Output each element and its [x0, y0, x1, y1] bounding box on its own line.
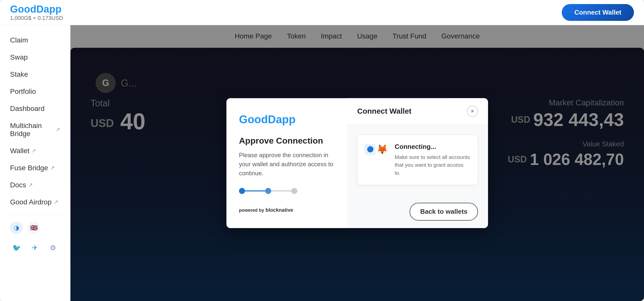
sidebar-item-portfolio[interactable]: Portfolio — [5, 84, 65, 99]
sidebar-item-fuse-bridge[interactable]: Fuse Bridge ↗ — [5, 160, 65, 176]
external-link-icon: ↗ — [56, 126, 60, 133]
sidebar-item-wallet[interactable]: Wallet ↗ — [5, 143, 65, 158]
top-bar: GoodDapp 1,000G$ = 0.173USD Connect Wall… — [0, 0, 644, 25]
modal-right-header: Connect Wallet × — [347, 98, 488, 124]
connecting-text: Connecting... Make sure to select all ac… — [395, 143, 471, 177]
step-2-dot — [265, 188, 271, 194]
modal-right-title: Connect Wallet — [357, 107, 412, 115]
modal-approve-title: Approve Connection — [239, 136, 335, 146]
modal-footer: powered by blocknative — [239, 197, 335, 213]
external-link-icon: ↗ — [31, 148, 36, 154]
logo-area: GoodDapp 1,000G$ = 0.173USD — [10, 4, 63, 21]
step-2-line — [271, 190, 291, 191]
connect-wallet-modal: GoodDapp Approve Connection Please appro… — [226, 98, 488, 228]
modal-left-panel: GoodDapp Approve Connection Please appro… — [226, 98, 347, 228]
sidebar-social-row: 🐦 ✈ ⚙ — [5, 239, 65, 257]
connection-stepper — [239, 188, 335, 194]
modal-right-footer: Back to wallets — [347, 195, 488, 228]
content-area: Home Page Token Impact Usage Trust Fund … — [70, 25, 644, 301]
app-container: GoodDapp 1,000G$ = 0.173USD Connect Wall… — [0, 0, 644, 301]
step-1-dot — [239, 188, 245, 194]
gooddapp-wallet-icon: 🔵 — [365, 144, 376, 155]
discord-icon[interactable]: ⚙ — [46, 241, 59, 254]
external-link-icon: ↗ — [54, 199, 58, 205]
modal-logo: GoodDapp — [239, 113, 335, 126]
sidebar-item-good-airdrop[interactable]: Good Airdrop ↗ — [5, 195, 65, 210]
sidebar-item-swap[interactable]: Swap — [5, 50, 65, 65]
sidebar-divider — [5, 214, 65, 214]
step-1-line — [245, 190, 265, 191]
app-logo: GoodDapp — [10, 4, 63, 15]
modal-close-button[interactable]: × — [467, 106, 478, 117]
modal-approve-desc: Please approve the connection in your wa… — [239, 151, 335, 178]
sidebar-item-multichain-bridge[interactable]: Multichain Bridge ↗ — [5, 118, 65, 141]
theme-toggle[interactable]: ◑ — [10, 222, 23, 234]
exchange-rate: 1,000G$ = 0.173USD — [10, 15, 63, 21]
twitter-icon[interactable]: 🐦 — [10, 241, 23, 254]
external-link-icon: ↗ — [28, 182, 33, 188]
step-3-dot — [291, 188, 297, 194]
modal-right-content: 🔵 🦊 Connecting... Make sure to select al… — [347, 124, 488, 195]
sidebar-item-stake[interactable]: Stake — [5, 67, 65, 82]
sidebar-item-claim[interactable]: Claim — [5, 33, 65, 48]
external-link-icon: ↗ — [50, 165, 55, 171]
wallet-icons: 🔵 🦊 — [365, 143, 389, 156]
modal-right-panel: Connect Wallet × 🔵 🦊 Connecting... Make … — [347, 98, 488, 228]
back-to-wallets-button[interactable]: Back to wallets — [410, 203, 478, 221]
telegram-icon[interactable]: ✈ — [28, 241, 41, 254]
metamask-icon: 🦊 — [376, 143, 389, 156]
connecting-title: Connecting... — [395, 143, 471, 151]
sidebar: Claim Swap Stake Portfolio Dashboard Mul… — [0, 25, 70, 301]
blocknative-brand: blocknative — [266, 207, 293, 213]
main-layout: Claim Swap Stake Portfolio Dashboard Mul… — [0, 25, 644, 301]
sidebar-icons-row: ◑ 🇬🇧 — [5, 219, 65, 237]
sidebar-item-docs[interactable]: Docs ↗ — [5, 178, 65, 193]
connecting-desc: Make sure to select all accounts that yo… — [395, 153, 471, 177]
language-selector[interactable]: 🇬🇧 — [28, 222, 40, 234]
connecting-card: 🔵 🦊 Connecting... Make sure to select al… — [357, 135, 478, 185]
sidebar-item-dashboard[interactable]: Dashboard — [5, 101, 65, 116]
connect-wallet-button[interactable]: Connect Wallet — [562, 4, 634, 21]
